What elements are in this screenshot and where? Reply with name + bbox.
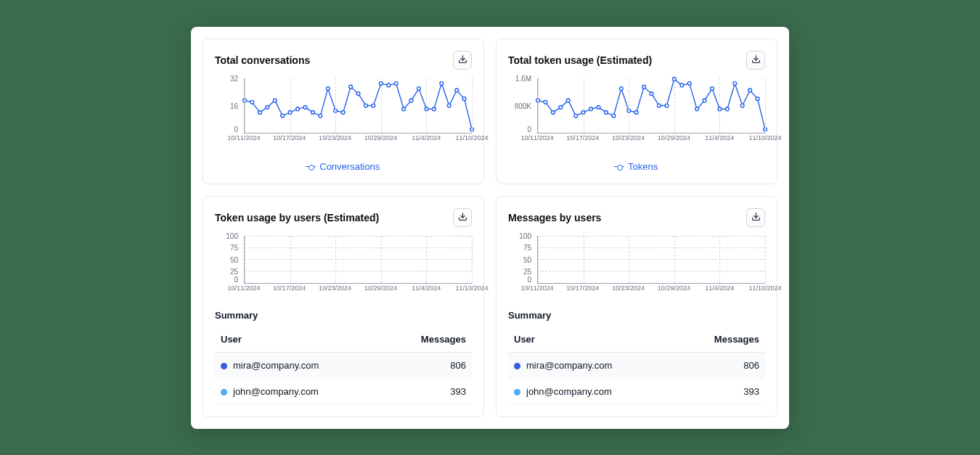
download-button[interactable]: [453, 208, 472, 227]
x-tick: 10/17/2024: [273, 284, 306, 292]
user-email: mira@company.com: [233, 360, 319, 371]
card-header: Token usage by users (Estimated): [215, 208, 472, 227]
x-tick: 10/17/2024: [566, 134, 599, 142]
card-header: Total conversations: [215, 51, 472, 70]
y-tick: 50: [230, 255, 238, 263]
card-header: Messages by users: [508, 208, 765, 227]
user-color-dot-icon: [514, 363, 520, 369]
x-axis: 10/11/202410/17/202410/23/202410/29/2024…: [244, 284, 472, 294]
user-email: john@company.com: [233, 386, 319, 397]
svg-point-54: [695, 107, 699, 110]
y-axis: 0 16 32: [215, 78, 241, 134]
svg-point-9: [303, 105, 307, 109]
svg-point-61: [748, 89, 752, 92]
line-chart-tokens: 0 800K 1.6M 10/11/202410/17/202410/23/20…: [537, 78, 765, 144]
summary-table: User Messages mira@company.com 806 john@…: [215, 327, 472, 405]
y-tick: 1.6M: [515, 74, 531, 82]
svg-point-37: [566, 99, 570, 102]
x-tick: 10/11/2024: [520, 284, 553, 292]
svg-point-21: [394, 81, 398, 85]
svg-point-53: [687, 81, 691, 85]
x-tick: 11/10/2024: [455, 134, 488, 142]
svg-point-49: [658, 104, 661, 107]
svg-point-43: [612, 114, 616, 118]
svg-point-27: [440, 81, 444, 85]
card-title: Token usage by users (Estimated): [215, 212, 379, 224]
x-axis: 10/11/202410/17/202410/23/202410/29/2024…: [537, 284, 765, 294]
summary-title: Summary: [215, 310, 472, 321]
bar-chart-messages-by-users: 0 25 50 75 100 10/11/202410/17/202410/23…: [537, 236, 765, 294]
x-axis: 10/11/202410/17/202410/23/202410/29/2024…: [244, 134, 472, 144]
card-title: Total token usage (Estimated): [508, 54, 652, 66]
plot-area: [244, 236, 472, 284]
user-color-dot-icon: [221, 363, 227, 369]
card-token-usage-by-users: Token usage by users (Estimated) 0 25 50…: [203, 196, 484, 417]
column-messages: Messages: [384, 327, 472, 353]
plot-area: [537, 236, 765, 284]
svg-point-22: [402, 107, 406, 110]
y-tick: 16: [230, 102, 238, 110]
x-tick: 11/10/2024: [455, 284, 488, 292]
table-row: john@company.com 393: [508, 378, 765, 404]
x-tick: 11/4/2024: [412, 134, 441, 142]
y-tick: 0: [234, 125, 238, 133]
svg-point-48: [650, 91, 653, 95]
card-header: Total token usage (Estimated): [508, 51, 765, 70]
svg-point-62: [756, 97, 759, 100]
dashboard: Total conversations 0 16 32 10/11/202410…: [191, 27, 789, 429]
messages-count: 806: [677, 352, 765, 378]
summary-title: Summary: [508, 310, 765, 321]
x-tick: 11/10/2024: [748, 134, 781, 142]
svg-point-59: [733, 81, 737, 85]
svg-point-44: [619, 86, 623, 90]
svg-point-20: [387, 83, 391, 86]
plot-area: [537, 78, 765, 134]
line-chart-conversations: 0 16 32 10/11/202410/17/202410/23/202410…: [244, 78, 472, 144]
y-tick: 100: [226, 231, 238, 239]
table-row: john@company.com 393: [215, 378, 472, 404]
download-button[interactable]: [746, 51, 765, 70]
svg-point-24: [417, 86, 421, 90]
y-axis: 0 800K 1.6M: [508, 78, 534, 134]
plot-area: [244, 78, 472, 134]
svg-point-46: [634, 110, 638, 114]
svg-point-8: [296, 107, 300, 110]
svg-point-56: [711, 86, 714, 90]
svg-point-6: [281, 114, 285, 118]
x-tick: 10/29/2024: [658, 134, 690, 142]
svg-point-28: [447, 104, 451, 107]
user-color-dot-icon: [221, 389, 227, 395]
card-title: Total conversations: [215, 54, 310, 66]
x-tick: 10/17/2024: [566, 284, 599, 292]
svg-point-42: [605, 110, 608, 114]
legend-label: Tokens: [628, 161, 658, 172]
download-icon: [751, 212, 761, 224]
x-tick: 11/4/2024: [412, 284, 441, 292]
svg-point-47: [642, 85, 646, 89]
svg-point-12: [326, 86, 330, 90]
svg-point-2: [250, 100, 254, 104]
legend-label: Conversations: [319, 161, 380, 172]
chart-legend: Tokens: [508, 161, 765, 172]
y-tick: 75: [523, 244, 531, 252]
svg-point-38: [574, 114, 578, 118]
svg-point-55: [703, 99, 706, 102]
y-axis: 0 25 50 75 100: [215, 236, 241, 284]
y-tick: 100: [519, 231, 531, 239]
legend-marker-icon: [616, 163, 623, 171]
download-button[interactable]: [453, 51, 472, 70]
svg-point-10: [311, 110, 315, 114]
x-tick: 11/4/2024: [705, 134, 734, 142]
svg-point-41: [597, 105, 600, 109]
x-tick: 10/23/2024: [612, 134, 645, 142]
svg-point-58: [725, 107, 729, 110]
bar-chart-token-by-users: 0 25 50 75 100 10/11/202410/17/202410/23…: [244, 236, 472, 294]
download-icon: [751, 54, 761, 66]
download-icon: [458, 212, 467, 224]
y-tick: 25: [230, 268, 238, 276]
y-tick: 25: [523, 268, 531, 276]
svg-point-34: [544, 100, 547, 104]
download-button[interactable]: [746, 208, 765, 227]
svg-point-36: [559, 105, 563, 109]
svg-point-50: [665, 104, 669, 107]
